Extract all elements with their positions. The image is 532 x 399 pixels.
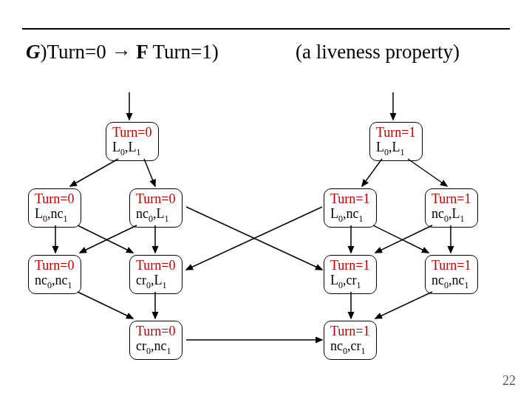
svg-line-19 bbox=[186, 207, 322, 270]
node-l-bot: Turn=0 cr0,nc1 bbox=[129, 321, 183, 360]
svg-line-18 bbox=[186, 207, 322, 270]
node-l-b: Turn=0 nc0,L1 bbox=[129, 188, 183, 228]
svg-line-11 bbox=[408, 159, 447, 186]
svg-line-6 bbox=[78, 225, 133, 253]
svg-line-3 bbox=[144, 159, 155, 186]
svg-line-10 bbox=[362, 159, 382, 186]
horizontal-rule bbox=[22, 28, 510, 30]
node-l-a: Turn=0 L0,nc1 bbox=[28, 188, 81, 228]
node-r-top: Turn=1 L0,L1 bbox=[369, 122, 423, 161]
svg-line-15 bbox=[375, 225, 432, 253]
node-l-c: Turn=0 nc0,nc1 bbox=[28, 255, 81, 294]
subtitle: (a liveness property) bbox=[296, 41, 460, 64]
svg-line-2 bbox=[70, 159, 118, 186]
svg-line-14 bbox=[373, 225, 429, 253]
node-r-b: Turn=1 nc0,L1 bbox=[425, 188, 478, 228]
node-r-d: Turn=1 nc0,nc1 bbox=[425, 255, 478, 294]
operator-f: F bbox=[132, 41, 153, 63]
node-r-c: Turn=1 L0,cr1 bbox=[324, 255, 377, 294]
svg-line-7 bbox=[80, 225, 137, 253]
svg-line-9 bbox=[78, 292, 133, 318]
node-r-bot: Turn=1 nc0,cr1 bbox=[324, 321, 377, 360]
node-l-d: Turn=0 cr0,L1 bbox=[129, 255, 183, 294]
page-number: 22 bbox=[502, 373, 516, 389]
node-r-a: Turn=1 L0,nc1 bbox=[324, 188, 377, 228]
slide: G)Turn=0 → F Turn=1) (a liveness propert… bbox=[0, 0, 532, 399]
operator-g: G bbox=[26, 41, 41, 63]
formula-title: G)Turn=0 → F Turn=1) bbox=[26, 41, 219, 64]
svg-line-17 bbox=[375, 292, 432, 318]
node-l-top: Turn=0 L0,L1 bbox=[106, 122, 159, 161]
